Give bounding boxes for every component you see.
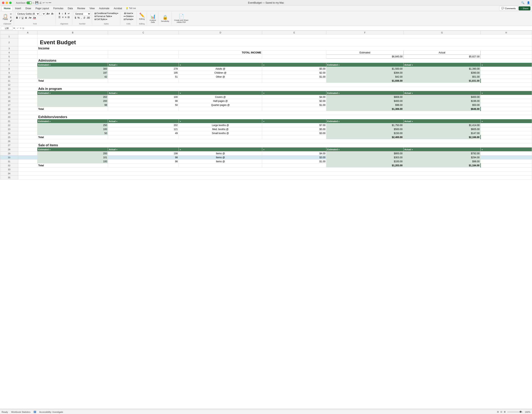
row-35-empty[interactable] <box>18 175 532 180</box>
redo-icon[interactable]: ↪ <box>46 1 48 4</box>
accessibility-status[interactable]: Accessibility: Investigate <box>39 411 63 413</box>
ads-r3-act-total[interactable]: $50.00 <box>403 103 480 107</box>
ads-r1-est-total[interactable]: $808.00 <box>326 95 403 99</box>
ads-total-e[interactable] <box>262 107 326 111</box>
adm-r1-desc[interactable]: Adults @ <box>179 67 262 71</box>
format-as-table-button[interactable]: ⊞ Format as Table ▾ <box>94 15 119 18</box>
tab-formulas[interactable]: Formulas <box>51 6 65 11</box>
sale-total-est[interactable]: $1,203.00 <box>326 164 403 167</box>
row-header-2[interactable]: 2 <box>0 39 18 47</box>
adm-r2-est-total[interactable]: $394.00 <box>326 71 403 75</box>
align-right-button[interactable]: ≡ <box>64 16 67 19</box>
admissions-label-cell[interactable]: Admissions <box>38 59 532 63</box>
minimize-button[interactable] <box>6 2 8 4</box>
cell-a15[interactable] <box>18 95 37 99</box>
exh-r3-h[interactable] <box>481 131 532 135</box>
adm-r2-act-qty[interactable]: 195 <box>108 71 179 75</box>
ads-r3-est-total[interactable]: $98.00 <box>326 103 403 107</box>
save-icon[interactable]: 💾 <box>35 1 38 4</box>
ads-d-header[interactable] <box>262 91 326 95</box>
adm-est2-header[interactable]: Estimated <box>326 63 403 67</box>
row-34-empty[interactable] <box>18 172 532 175</box>
increase-font-button[interactable]: A+ <box>46 12 50 15</box>
cell-h5[interactable] <box>481 55 532 59</box>
border-button[interactable]: ⊞ <box>24 16 28 19</box>
row-header-11[interactable]: 11 <box>0 79 18 83</box>
adm-total-c[interactable] <box>108 79 179 83</box>
sale-est-header[interactable]: Estimated <box>38 147 108 152</box>
format-painter-button[interactable]: 🖌 <box>9 19 13 22</box>
adm-r1-est-qty[interactable]: 300 <box>38 67 108 71</box>
sale-r1-desc[interactable]: Items @ <box>179 152 262 155</box>
ads-r3-price[interactable]: $1.00 <box>262 103 326 107</box>
col-header-c[interactable]: C <box>108 31 179 34</box>
ads-label-cell[interactable]: Ads in program <box>38 87 532 91</box>
cell-a30[interactable] <box>18 155 37 159</box>
page-break-icon[interactable]: ⊞ <box>504 411 506 413</box>
ads-total-est[interactable]: $1,306.00 <box>326 107 403 111</box>
adm-r1-price[interactable]: $5.00 <box>262 67 326 71</box>
row-header-5[interactable]: 5 <box>0 55 18 59</box>
merge-button[interactable]: ⊟ <box>67 16 70 19</box>
tab-insert[interactable]: Insert <box>13 6 23 11</box>
exh-r1-est-qty[interactable]: 250 <box>38 123 108 127</box>
sale-total-h[interactable] <box>481 164 532 167</box>
font-color-button[interactable]: A▾ <box>32 16 36 19</box>
tab-review[interactable]: Review <box>75 6 87 11</box>
cell-a17[interactable] <box>18 103 37 107</box>
exh-r2-desc[interactable]: Med. booths @ <box>179 127 262 131</box>
exh-r3-act-qty[interactable]: 49 <box>108 131 179 135</box>
paste-button[interactable]: 📋 Paste <box>2 14 9 21</box>
ads-r1-price[interactable]: $4.00 <box>262 95 326 99</box>
row-header-23[interactable]: 23 <box>0 127 18 131</box>
share-button[interactable]: ↑ Share <box>519 6 530 10</box>
bold-button[interactable]: B <box>16 16 19 19</box>
fill-color-button[interactable]: A▾ <box>28 16 32 19</box>
exh-r3-est-total[interactable]: $150.00 <box>326 131 403 135</box>
sale-d-header[interactable] <box>262 147 326 152</box>
formula-expand-icon[interactable]: ▾ <box>14 27 15 29</box>
sale-total-c[interactable] <box>108 164 179 167</box>
ads-r2-est-qty[interactable]: 200 <box>38 99 108 103</box>
align-middle-button[interactable]: ↕ <box>61 12 64 15</box>
exh-r2-act-qty[interactable]: 121 <box>108 127 179 131</box>
ads-r1-act-total[interactable]: $400.00 <box>403 95 480 99</box>
sale-r1-h[interactable] <box>481 152 532 155</box>
row-header-33[interactable]: 33 <box>0 167 18 172</box>
undo-icon[interactable]: ↩ <box>43 1 45 4</box>
sale-total-d[interactable] <box>179 164 262 167</box>
search-icon[interactable]: 🔍 <box>521 1 524 4</box>
row-header-27[interactable]: 27 <box>0 143 18 147</box>
row-header-26[interactable]: 26 <box>0 139 18 143</box>
exh-r1-est-total[interactable]: $1,750.00 <box>326 123 403 127</box>
sale-r3-est-qty[interactable]: 100 <box>38 159 108 164</box>
sale-total-label[interactable]: Total <box>38 164 108 167</box>
adm-total-e[interactable] <box>262 79 326 83</box>
autosave-toggle[interactable] <box>26 1 32 4</box>
more-icon[interactable]: ••• <box>49 1 51 4</box>
adm-r3-act-total[interactable]: $51.00 <box>403 75 480 79</box>
row-header-15[interactable]: 15 <box>0 95 18 99</box>
exh-r1-h[interactable] <box>481 123 532 127</box>
ads-total-d[interactable] <box>179 107 262 111</box>
normal-view-icon[interactable]: ⊟ <box>497 411 499 413</box>
adm-r1-est-total[interactable]: $1,500.00 <box>326 67 403 71</box>
cell-a7[interactable] <box>18 63 37 67</box>
ads-total-act[interactable]: $646.00 <box>403 107 480 111</box>
ads-est-header[interactable]: Estimated <box>38 91 108 95</box>
exh-r2-act-total[interactable]: $605.00 <box>403 127 480 131</box>
adm-est-header[interactable]: Estimated <box>38 63 108 67</box>
cell-e5[interactable] <box>262 55 326 59</box>
ads-total-h[interactable] <box>481 107 532 111</box>
cell-e4[interactable] <box>262 51 326 55</box>
exh-total-label[interactable]: Total <box>38 135 108 139</box>
exh-c-header[interactable] <box>179 119 262 123</box>
total-income-label[interactable]: TOTAL INCOME <box>179 51 262 55</box>
conditional-formatting-button[interactable]: ▤ Conditional Formatting ▾ <box>94 12 119 15</box>
ads-r1-h[interactable] <box>481 95 532 99</box>
adm-r1-h[interactable] <box>481 67 532 71</box>
cell-a14[interactable] <box>18 91 37 95</box>
cell-a29[interactable] <box>18 152 37 155</box>
row-header-28[interactable]: 28 <box>0 147 18 152</box>
estimated-header[interactable]: Estimated <box>326 51 403 55</box>
